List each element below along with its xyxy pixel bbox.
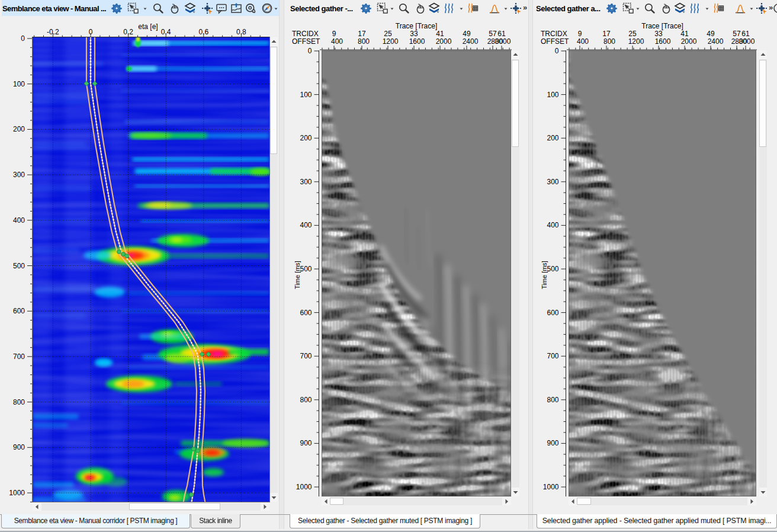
svg-text:1600: 1600 (409, 37, 425, 46)
svg-text:800: 800 (358, 37, 370, 46)
svg-text:Time [ms]: Time [ms] (294, 261, 301, 289)
svg-text:61: 61 (497, 30, 506, 38)
svg-text:300: 300 (13, 171, 25, 179)
svg-text:1200: 1200 (628, 37, 644, 46)
svg-text:900: 900 (547, 439, 558, 447)
svg-text:500: 500 (547, 265, 558, 273)
svg-text:17: 17 (602, 30, 611, 38)
svg-text:2000: 2000 (681, 37, 697, 46)
svg-text:9: 9 (332, 30, 336, 38)
svg-text:200: 200 (13, 125, 25, 133)
svg-text:41: 41 (436, 30, 444, 38)
svg-text:0: 0 (555, 47, 559, 55)
svg-text:0: 0 (21, 34, 25, 43)
svg-text:1200: 1200 (383, 37, 399, 46)
svg-text:9: 9 (578, 30, 582, 38)
svg-text:900: 900 (300, 439, 312, 447)
svg-text:600: 600 (547, 309, 558, 317)
svg-text:TRCIDX: TRCIDX (292, 30, 319, 38)
svg-text:800: 800 (603, 37, 615, 46)
svg-text:3000: 3000 (739, 37, 755, 46)
svg-text:700: 700 (300, 352, 312, 360)
svg-text:33: 33 (654, 30, 663, 38)
svg-text:200: 200 (300, 134, 312, 142)
svg-text:600: 600 (300, 309, 312, 317)
svg-text:2400: 2400 (463, 37, 479, 46)
svg-text:1000: 1000 (543, 483, 559, 491)
svg-text:OFFSET: OFFSET (292, 37, 320, 46)
svg-text:41: 41 (680, 30, 689, 38)
svg-text:17: 17 (358, 30, 366, 38)
svg-text:2400: 2400 (708, 37, 724, 46)
svg-text:Trace [Trace]: Trace [Trace] (641, 22, 683, 30)
svg-text:700: 700 (13, 352, 25, 361)
svg-text:700: 700 (547, 352, 558, 360)
svg-text:49: 49 (707, 30, 715, 38)
svg-text:1000: 1000 (9, 489, 25, 497)
svg-text:400: 400 (300, 221, 312, 229)
svg-text:800: 800 (300, 396, 312, 404)
svg-text:57: 57 (489, 30, 497, 38)
svg-text:OFFSET: OFFSET (541, 37, 569, 46)
svg-text:33: 33 (410, 30, 418, 38)
svg-text:2000: 2000 (436, 37, 452, 46)
svg-text:1000: 1000 (296, 483, 312, 491)
svg-text:400: 400 (577, 37, 589, 46)
svg-text:300: 300 (547, 178, 558, 186)
svg-text:25: 25 (628, 30, 637, 38)
svg-text:800: 800 (13, 398, 25, 406)
svg-text:600: 600 (13, 307, 25, 315)
svg-text:eta [e]: eta [e] (138, 23, 158, 31)
svg-text:500: 500 (300, 265, 312, 273)
svg-text:100: 100 (547, 91, 558, 99)
svg-text:500: 500 (13, 262, 25, 270)
svg-text:0: 0 (308, 47, 312, 55)
svg-text:400: 400 (331, 37, 343, 46)
svg-text:100: 100 (300, 91, 312, 99)
svg-text:3000: 3000 (495, 37, 511, 46)
svg-text:Trace [Trace]: Trace [Trace] (396, 22, 437, 30)
svg-text:300: 300 (300, 178, 312, 186)
svg-text:800: 800 (547, 396, 558, 404)
svg-text:1600: 1600 (655, 37, 671, 46)
svg-text:61: 61 (741, 30, 750, 38)
svg-text:Time [ms]: Time [ms] (541, 261, 548, 289)
svg-text:57: 57 (733, 30, 741, 38)
svg-text:25: 25 (384, 30, 392, 38)
svg-text:100: 100 (13, 80, 25, 88)
svg-text:400: 400 (547, 221, 558, 229)
svg-text:49: 49 (463, 30, 471, 38)
svg-text:400: 400 (13, 216, 25, 225)
svg-text:TRCIDX: TRCIDX (541, 30, 567, 38)
svg-text:200: 200 (547, 134, 558, 142)
svg-text:900: 900 (13, 443, 25, 451)
